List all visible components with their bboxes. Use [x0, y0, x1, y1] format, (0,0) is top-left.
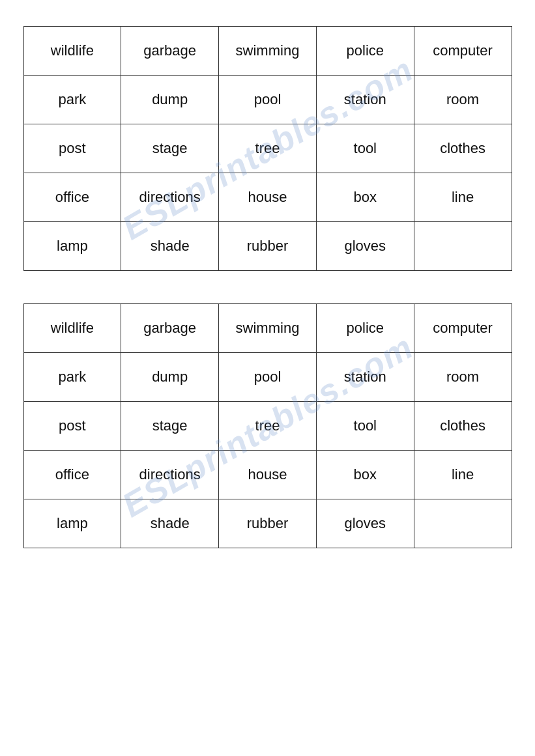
cell-t2-r1-c4: police: [316, 304, 414, 353]
cell-t2-r4-c1: office: [23, 451, 121, 499]
cell-t2-r3-c2: stage: [121, 402, 219, 451]
cell-t1-r5-c4: gloves: [316, 222, 414, 271]
cell-t2-r4-c3: house: [219, 451, 317, 499]
cell-t2-r4-c4: box: [316, 451, 414, 499]
cell-t2-r1-c5: computer: [414, 304, 512, 353]
cell-t2-r5-c4: gloves: [316, 499, 414, 548]
cell-t1-r3-c2: stage: [121, 124, 219, 173]
cell-t1-r4-c5: line: [414, 173, 512, 222]
cell-t1-r5-c1: lamp: [23, 222, 121, 271]
cell-t1-r1-c3: swimming: [219, 27, 317, 76]
cell-t1-r1-c2: garbage: [121, 27, 219, 76]
cell-t2-r5-c5: [414, 499, 512, 548]
cell-t2-r1-c1: wildlife: [23, 304, 121, 353]
cell-t2-r5-c3: rubber: [219, 499, 317, 548]
cell-t2-r2-c3: pool: [219, 353, 317, 402]
cell-t1-r4-c3: house: [219, 173, 317, 222]
cell-t1-r1-c4: police: [316, 27, 414, 76]
cell-t1-r3-c4: tool: [316, 124, 414, 173]
cell-t1-r2-c1: park: [23, 76, 121, 124]
cell-t2-r1-c2: garbage: [121, 304, 219, 353]
cell-t1-r4-c1: office: [23, 173, 121, 222]
cell-t1-r2-c5: room: [414, 76, 512, 124]
cell-t2-r5-c2: shade: [121, 499, 219, 548]
cell-t1-r5-c2: shade: [121, 222, 219, 271]
cell-t1-r4-c4: box: [316, 173, 414, 222]
cell-t1-r5-c3: rubber: [219, 222, 317, 271]
cell-t2-r3-c3: tree: [219, 402, 317, 451]
cell-t2-r3-c1: post: [23, 402, 121, 451]
cell-t1-r2-c2: dump: [121, 76, 219, 124]
cell-t1-r4-c2: directions: [121, 173, 219, 222]
cell-t2-r5-c1: lamp: [23, 499, 121, 548]
cell-t2-r4-c5: line: [414, 451, 512, 499]
word-table-2: wildlifegarbageswimmingpolicecomputerpar…: [23, 303, 512, 548]
cell-t2-r1-c3: swimming: [219, 304, 317, 353]
cell-t1-r3-c5: clothes: [414, 124, 512, 173]
cell-t2-r4-c2: directions: [121, 451, 219, 499]
cell-t1-r1-c5: computer: [414, 27, 512, 76]
cell-t2-r3-c5: clothes: [414, 402, 512, 451]
cell-t1-r3-c3: tree: [219, 124, 317, 173]
cell-t1-r2-c3: pool: [219, 76, 317, 124]
cell-t2-r3-c4: tool: [316, 402, 414, 451]
table-container-2: ESLprintables.com wildlifegarbageswimmin…: [23, 303, 512, 548]
cell-t1-r5-c5: [414, 222, 512, 271]
cell-t1-r3-c1: post: [23, 124, 121, 173]
cell-t2-r2-c5: room: [414, 353, 512, 402]
table-container-1: ESLprintables.com wildlifegarbageswimmin…: [23, 26, 512, 271]
cell-t2-r2-c4: station: [316, 353, 414, 402]
cell-t1-r2-c4: station: [316, 76, 414, 124]
cell-t2-r2-c1: park: [23, 353, 121, 402]
cell-t1-r1-c1: wildlife: [23, 27, 121, 76]
word-table-1: wildlifegarbageswimmingpolicecomputerpar…: [23, 26, 512, 271]
cell-t2-r2-c2: dump: [121, 353, 219, 402]
